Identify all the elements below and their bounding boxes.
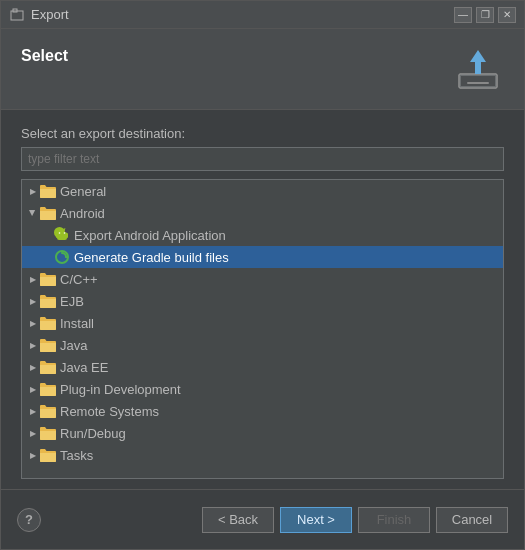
arrow-icon: ▶ bbox=[26, 184, 40, 198]
title-bar: Export — ❐ ✕ bbox=[1, 1, 524, 29]
tree-item[interactable]: ▶ Remote Systems bbox=[22, 400, 503, 422]
folder-icon bbox=[40, 206, 56, 220]
page-title: Select bbox=[21, 47, 68, 65]
item-label: EJB bbox=[60, 294, 499, 309]
folder-icon bbox=[40, 272, 56, 286]
window-icon bbox=[9, 7, 25, 23]
svg-point-12 bbox=[64, 232, 66, 234]
svg-marker-5 bbox=[470, 50, 486, 74]
svg-rect-6 bbox=[467, 82, 489, 84]
arrow-icon: ▶ bbox=[26, 206, 40, 220]
folder-icon bbox=[40, 294, 56, 308]
item-label: Export Android Application bbox=[74, 228, 499, 243]
item-label: Install bbox=[60, 316, 499, 331]
main-content: Select an export destination: ▶ General … bbox=[1, 110, 524, 489]
export-icon bbox=[452, 43, 504, 95]
item-label: Tasks bbox=[60, 448, 499, 463]
arrow-icon: ▶ bbox=[26, 404, 40, 418]
tree-item[interactable]: ▶ Run/Debug bbox=[22, 422, 503, 444]
tree-item[interactable]: ▶ EJB bbox=[22, 290, 503, 312]
item-label: Java bbox=[60, 338, 499, 353]
tree-item[interactable]: ▶ Plug-in Development bbox=[22, 378, 503, 400]
svg-rect-10 bbox=[57, 232, 67, 240]
tree-item[interactable]: ▶ Export Android Application bbox=[22, 224, 503, 246]
folder-icon bbox=[40, 448, 56, 462]
arrow-icon: ▶ bbox=[26, 272, 40, 286]
folder-icon bbox=[40, 360, 56, 374]
arrow-icon: ▶ bbox=[26, 294, 40, 308]
folder-icon bbox=[40, 184, 56, 198]
svg-rect-4 bbox=[461, 76, 495, 86]
nav-buttons: < Back Next > Finish Cancel bbox=[202, 507, 508, 533]
arrow-icon: ▶ bbox=[26, 382, 40, 396]
maximize-button[interactable]: ❐ bbox=[476, 7, 494, 23]
arrow-icon: ▶ bbox=[26, 316, 40, 330]
arrow-icon: ▶ bbox=[26, 360, 40, 374]
filter-input[interactable] bbox=[21, 147, 504, 171]
item-label: Java EE bbox=[60, 360, 499, 375]
item-label: Generate Gradle build files bbox=[74, 250, 499, 265]
minimize-button[interactable]: — bbox=[454, 7, 472, 23]
window-controls: — ❐ ✕ bbox=[454, 7, 516, 23]
tree-item[interactable]: ▶ Java EE bbox=[22, 356, 503, 378]
header-section: Select bbox=[1, 29, 524, 110]
content-area: Select Select an export destination: bbox=[1, 29, 524, 549]
tree-container[interactable]: ▶ General ▶ Android ▶ bbox=[21, 179, 504, 479]
folder-icon bbox=[40, 404, 56, 418]
back-button[interactable]: < Back bbox=[202, 507, 274, 533]
arrow-icon: ▶ bbox=[26, 426, 40, 440]
export-window: Export — ❐ ✕ Select bbox=[0, 0, 525, 550]
folder-icon bbox=[40, 316, 56, 330]
tree-item[interactable]: ▶ C/C++ bbox=[22, 268, 503, 290]
item-label: Android bbox=[60, 206, 499, 221]
android-icon bbox=[54, 227, 70, 243]
item-label: C/C++ bbox=[60, 272, 499, 287]
tree-item[interactable]: ▶ Generate Gradle build files bbox=[22, 246, 503, 268]
bottom-bar: ? < Back Next > Finish Cancel bbox=[1, 489, 524, 549]
item-label: Remote Systems bbox=[60, 404, 499, 419]
item-label: Run/Debug bbox=[60, 426, 499, 441]
next-button[interactable]: Next > bbox=[280, 507, 352, 533]
gradle-icon bbox=[54, 249, 70, 265]
tree-item[interactable]: ▶ Install bbox=[22, 312, 503, 334]
folder-icon bbox=[40, 426, 56, 440]
window-title: Export bbox=[31, 7, 454, 22]
tree-item[interactable]: ▶ Tasks bbox=[22, 444, 503, 466]
arrow-icon: ▶ bbox=[26, 338, 40, 352]
folder-icon bbox=[40, 338, 56, 352]
item-label: Plug-in Development bbox=[60, 382, 499, 397]
folder-icon bbox=[40, 382, 56, 396]
close-button[interactable]: ✕ bbox=[498, 7, 516, 23]
help-button[interactable]: ? bbox=[17, 508, 41, 532]
item-label: General bbox=[60, 184, 499, 199]
cancel-button[interactable]: Cancel bbox=[436, 507, 508, 533]
finish-button[interactable]: Finish bbox=[358, 507, 430, 533]
tree-item[interactable]: ▶ General bbox=[22, 180, 503, 202]
arrow-icon: ▶ bbox=[26, 448, 40, 462]
tree-item[interactable]: ▶ Java bbox=[22, 334, 503, 356]
svg-point-11 bbox=[59, 232, 61, 234]
tree-item[interactable]: ▶ Android bbox=[22, 202, 503, 224]
filter-label: Select an export destination: bbox=[21, 126, 504, 141]
